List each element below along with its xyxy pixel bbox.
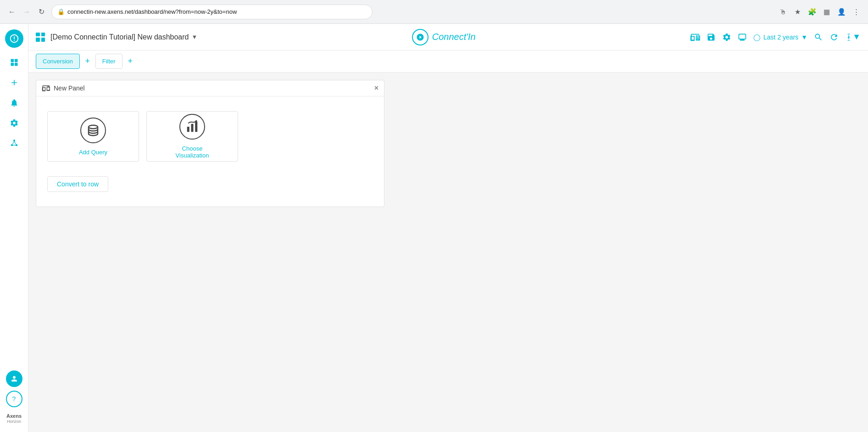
save-button[interactable] <box>707 33 716 42</box>
time-chevron-icon: ▼ <box>801 34 807 41</box>
address-bar[interactable]: 🔒 connectin-new.axens.net/dashboard/new?… <box>51 5 373 19</box>
sidebar-item-alerts[interactable] <box>5 94 23 112</box>
svg-rect-12 <box>187 127 189 132</box>
extensions-button[interactable]: 🧩 <box>806 6 818 18</box>
lock-icon: 🔒 <box>57 8 65 15</box>
choose-visualization-label: ChooseVisualization <box>176 145 209 159</box>
clock-icon: ◯ <box>753 34 761 41</box>
add-panel-button[interactable] <box>690 32 700 42</box>
svg-line-8 <box>14 141 16 144</box>
panel-title: New Panel <box>54 84 371 92</box>
dashboard-title: [Demo Connectin Tutorial] New dashboard … <box>50 33 197 41</box>
display-button[interactable] <box>738 33 747 42</box>
main-content: [Demo Connectin Tutorial] New dashboard … <box>28 24 868 432</box>
search-button[interactable] <box>814 33 823 42</box>
tab-add-button-1[interactable]: + <box>82 56 94 67</box>
svg-point-5 <box>11 144 12 146</box>
svg-rect-2 <box>11 63 14 66</box>
url-text: connectin-new.axens.net/dashboard/new?fr… <box>67 8 367 15</box>
time-range-selector[interactable]: ◯ Last 2 years ▼ <box>753 34 807 41</box>
dashboard-area: New Panel × <box>28 73 868 432</box>
app-container: ? Axens Horizon [Demo Connectin Tutorial… <box>0 24 868 432</box>
panel-close-button[interactable]: × <box>374 84 378 92</box>
logo-text: Connect'In <box>432 32 476 42</box>
database-icon <box>80 118 106 143</box>
panel-body: Add Query <box>36 96 384 207</box>
svg-point-4 <box>13 140 15 141</box>
logo-center: Connect'In <box>203 29 684 45</box>
svg-rect-0 <box>11 59 14 62</box>
tabs-row: Conversion + Filter + <box>28 50 868 73</box>
reload-button[interactable]: ↻ <box>35 6 48 18</box>
dashboard-grid-icon <box>36 33 45 42</box>
more-options-button[interactable]: ▼ <box>845 32 861 42</box>
chart-icon <box>179 114 205 140</box>
tab-conversion[interactable]: Conversion <box>36 54 80 69</box>
panel-header: New Panel × <box>36 80 384 96</box>
settings-button[interactable] <box>722 33 731 42</box>
connectin-logo: Connect'In <box>412 29 476 45</box>
sidebar-brand: Axens Horizon <box>6 413 22 425</box>
svg-rect-14 <box>195 122 197 132</box>
sidebar-item-settings[interactable] <box>5 114 23 132</box>
convert-to-row-button[interactable]: Convert to row <box>47 176 108 192</box>
panel: New Panel × <box>36 80 384 207</box>
top-header: [Demo Connectin Tutorial] New dashboard … <box>28 24 868 50</box>
convert-row: Convert to row <box>47 176 373 192</box>
svg-rect-1 <box>14 59 17 62</box>
bookmark-button[interactable]: ★ <box>791 6 804 18</box>
svg-point-6 <box>15 144 17 146</box>
panel-icon <box>42 84 50 92</box>
svg-line-7 <box>12 141 14 144</box>
svg-rect-13 <box>191 124 194 132</box>
forward-button[interactable]: → <box>20 6 33 18</box>
header-actions: ◯ Last 2 years ▼ <box>690 32 861 42</box>
translate-button[interactable]: 🖱 <box>776 6 789 18</box>
sidebar-item-dashboard[interactable] <box>5 53 23 72</box>
nav-buttons: ← → ↻ <box>6 6 48 18</box>
add-query-option[interactable]: Add Query <box>47 111 139 162</box>
browser-chrome: ← → ↻ 🔒 connectin-new.axens.net/dashboar… <box>0 0 868 24</box>
sidebar-avatar[interactable] <box>6 370 22 387</box>
tab-add-button-2[interactable]: + <box>124 56 136 67</box>
logo-icon <box>412 29 428 45</box>
sidebar-logo[interactable] <box>5 29 23 48</box>
svg-point-11 <box>89 125 98 129</box>
sidebar-item-add[interactable] <box>5 73 23 92</box>
back-button[interactable]: ← <box>6 6 18 18</box>
menu-button[interactable]: ⋮ <box>850 6 862 18</box>
panel-options-row: Add Query <box>47 111 373 162</box>
profile-button[interactable]: 👤 <box>835 6 848 18</box>
cast-button[interactable]: ▦ <box>820 6 833 18</box>
tab-filter[interactable]: Filter <box>95 54 122 69</box>
svg-rect-3 <box>14 63 17 66</box>
refresh-button[interactable] <box>829 33 839 42</box>
svg-point-15 <box>195 120 197 122</box>
add-query-label: Add Query <box>79 149 107 156</box>
sidebar: ? Axens Horizon <box>0 24 28 432</box>
choose-visualization-option[interactable]: ChooseVisualization <box>146 111 238 162</box>
browser-actions: 🖱 ★ 🧩 ▦ 👤 ⋮ <box>776 6 862 18</box>
title-chevron-icon: ▼ <box>192 34 198 40</box>
sidebar-help-button[interactable]: ? <box>6 391 22 407</box>
sidebar-item-connections[interactable] <box>5 134 23 152</box>
